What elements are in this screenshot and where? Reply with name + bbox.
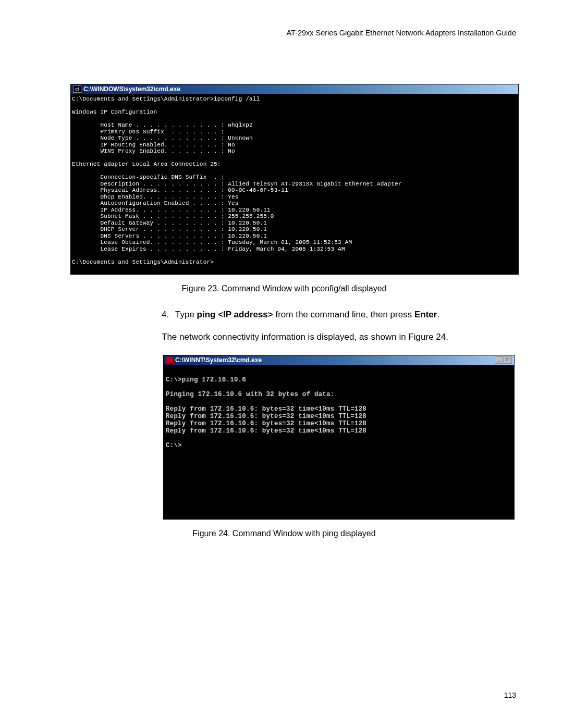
- step-text: Type ping <IP address> from the command …: [175, 308, 439, 321]
- body-text-block: 4. Type ping <IP address> from the comma…: [162, 308, 516, 343]
- figure24-title: C:\WINNT\System32\cmd.exe: [175, 356, 262, 364]
- minimize-icon[interactable]: _: [495, 356, 503, 364]
- page-number: 113: [504, 691, 516, 699]
- step-text-mid: from the command line, then press: [273, 310, 414, 319]
- page-header: AT-29xx Series Gigabit Ethernet Network …: [52, 29, 516, 37]
- step-text-suffix: .: [437, 310, 439, 319]
- figure24-window: C:\WINNT\System32\cmd.exe _ □ C:\>ping 1…: [163, 355, 515, 520]
- cmd-icon: [166, 357, 173, 363]
- step-text-prefix: Type: [175, 310, 197, 319]
- figure23-window: c\ C:\WINDOWS\system32\cmd.exe C:\Docume…: [70, 84, 519, 275]
- figure23-body: C:\Documents and Settings\Administrator>…: [71, 94, 518, 274]
- figure23-title: C:\WINDOWS\system32\cmd.exe: [83, 85, 180, 93]
- page: AT-29xx Series Gigabit Ethernet Network …: [0, 0, 563, 728]
- maximize-icon[interactable]: □: [504, 356, 512, 364]
- step-4: 4. Type ping <IP address> from the comma…: [162, 308, 516, 321]
- window-buttons: _ □: [495, 356, 512, 364]
- step-number: 4.: [162, 308, 175, 321]
- figure24-body: C:\>ping 172.16.10.6 Pinging 172.16.10.6…: [164, 365, 514, 519]
- cmd-icon: c\: [73, 85, 81, 93]
- figure24-titlebar: C:\WINNT\System32\cmd.exe _ □: [164, 355, 514, 365]
- figure23-caption: Figure 23. Command Window with pconfig/a…: [52, 284, 516, 293]
- step-text-cmd: ping <IP address>: [197, 310, 273, 319]
- figure24-caption: Figure 24. Command Window with ping disp…: [52, 529, 516, 538]
- step-text-enter: Enter: [414, 310, 437, 319]
- figure23-titlebar: c\ C:\WINDOWS\system32\cmd.exe: [71, 84, 518, 94]
- paragraph-1: The network connectivity information is …: [162, 330, 516, 343]
